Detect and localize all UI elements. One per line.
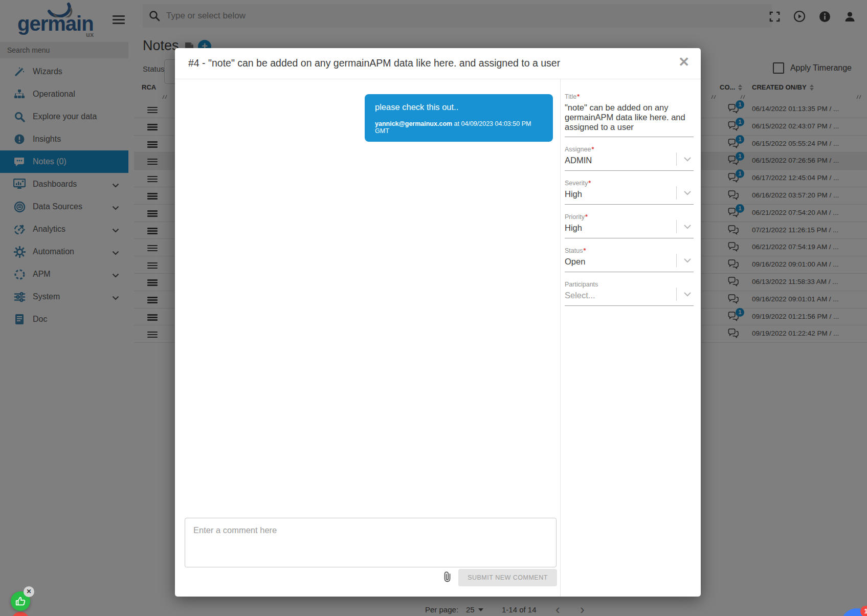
required-asterisk: * [591, 146, 594, 153]
note-detail-modal: #4 - "note" can be added on any germainA… [175, 48, 701, 597]
chevron-down-icon[interactable] [676, 186, 694, 200]
chevron-down-icon[interactable] [676, 220, 694, 233]
required-asterisk: * [583, 247, 586, 254]
field-status-value[interactable]: Open [565, 257, 694, 272]
modal-title: #4 - "note" can be added on any germainA… [188, 57, 560, 69]
chevron-down-icon[interactable] [676, 152, 694, 166]
required-asterisk: * [585, 213, 588, 221]
field-participants: Participants Select... [565, 281, 694, 306]
close-icon[interactable]: ✕ [678, 55, 690, 69]
app-root: germain ux WizardsOperationalExplore you… [0, 0, 867, 616]
modal-divider [560, 79, 561, 597]
field-priority: Priority* High [565, 213, 694, 238]
comment-bubble: please check this out.. yannick@germainu… [365, 94, 553, 142]
note-fields-panel: Title* "note" can be added on any germai… [565, 88, 694, 306]
field-title-value[interactable]: "note" can be added on any germainAPM da… [565, 103, 694, 137]
required-asterisk: * [588, 180, 591, 187]
field-status: Status* Open [565, 247, 694, 272]
required-asterisk: * [577, 93, 580, 100]
field-assignee: Assignee* ADMIN [565, 146, 694, 171]
dismiss-feedback-button[interactable]: ✕ [24, 586, 34, 597]
chevron-down-icon[interactable] [676, 288, 694, 301]
modal-header: #4 - "note" can be added on any germainA… [175, 48, 701, 79]
field-assignee-value[interactable]: ADMIN [565, 156, 694, 171]
field-severity-value[interactable]: High [565, 189, 694, 205]
comment-input[interactable] [185, 518, 557, 567]
submit-comment-button[interactable]: SUBMIT NEW COMMENT [458, 569, 557, 586]
field-title: Title* "note" can be added on any germai… [565, 93, 694, 137]
chat-widget-badge: 1 [860, 606, 867, 616]
field-participants-value[interactable]: Select... [565, 291, 694, 306]
chevron-down-icon[interactable] [676, 254, 694, 267]
comment-meta: yannick@germainux.com at 04/09/2023 04:0… [375, 120, 543, 135]
field-severity: Severity* High [565, 180, 694, 205]
field-priority-value[interactable]: High [565, 223, 694, 238]
comment-message: please check this out.. [375, 102, 543, 112]
attach-file-icon[interactable] [442, 571, 453, 584]
